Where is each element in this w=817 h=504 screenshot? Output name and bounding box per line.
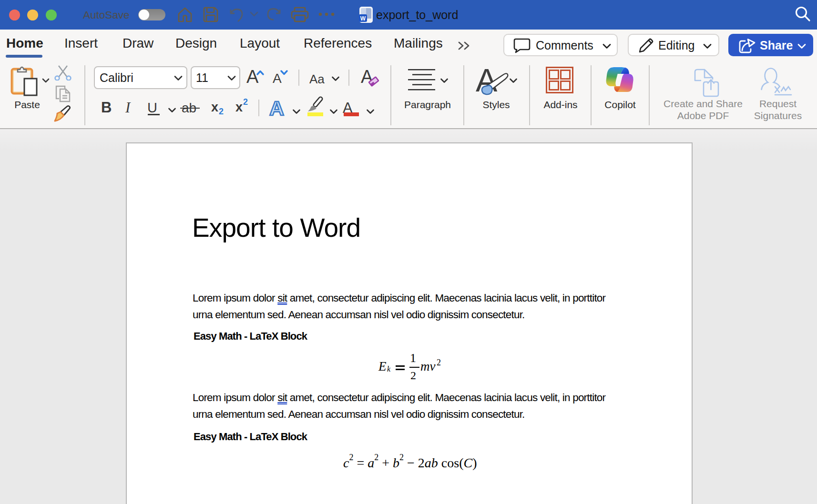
svg-text:W: W xyxy=(360,15,366,22)
